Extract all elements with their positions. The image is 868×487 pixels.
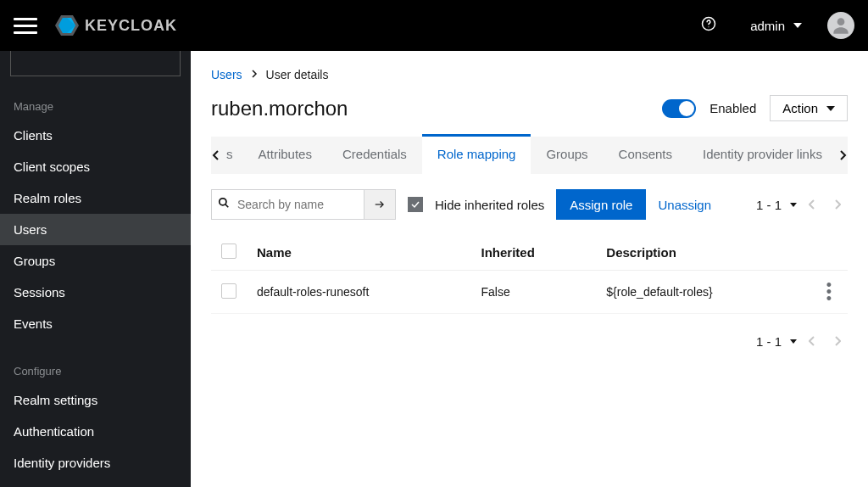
realm-selector[interactable] (10, 51, 181, 76)
product-logo[interactable]: KEYCLOAK (54, 13, 177, 38)
row-actions-button[interactable]: ••• (821, 283, 837, 301)
sidebar-item-authentication[interactable]: Authentication (0, 416, 191, 447)
user-menu-button[interactable]: admin (750, 19, 802, 33)
search-submit-button[interactable] (364, 189, 396, 220)
svg-point-6 (220, 199, 226, 205)
svg-point-4 (709, 26, 709, 27)
svg-point-5 (837, 18, 845, 25)
help-icon[interactable] (701, 16, 716, 35)
tab-credentials[interactable]: Credentials (327, 137, 422, 174)
keycloak-logo-icon (54, 13, 80, 38)
cell-inherited: False (471, 271, 597, 314)
tab-details-partial[interactable]: s (221, 137, 243, 174)
pager-range: 1 - 1 (756, 334, 782, 349)
caret-down-icon (826, 106, 835, 111)
action-menu-button[interactable]: Action (770, 95, 848, 121)
top-pager: 1 - 1 (756, 198, 848, 212)
col-description: Description (596, 235, 810, 271)
chevron-right-icon (251, 70, 258, 80)
tabs-scroll-right[interactable] (837, 137, 848, 174)
breadcrumb: Users User details (211, 68, 848, 81)
cell-name: default-roles-runesoft (247, 271, 471, 314)
sidebar-item-users[interactable]: Users (0, 214, 191, 245)
roles-table: Name Inherited Description default-roles… (211, 235, 848, 314)
pager-next[interactable] (827, 198, 848, 212)
tab-consents[interactable]: Consents (604, 137, 687, 174)
top-bar: KEYCLOAK admin (0, 0, 868, 51)
bottom-pager-wrap: 1 - 1 (211, 334, 848, 349)
enabled-toggle[interactable] (662, 99, 696, 118)
user-avatar[interactable] (827, 12, 854, 39)
bottom-pager: 1 - 1 (756, 334, 848, 349)
pager-next[interactable] (827, 334, 848, 349)
sidebar-section-manage: Manage (0, 92, 191, 120)
caret-down-icon (793, 23, 802, 28)
main-content: Users User details ruben.morchon Enabled… (191, 51, 868, 487)
sidebar-item-clients[interactable]: Clients (0, 120, 191, 151)
toolbar: Hide inherited roles Assign role Unassig… (211, 189, 848, 220)
search-input[interactable] (211, 189, 364, 220)
row-checkbox[interactable] (221, 283, 236, 299)
menu-toggle-button[interactable] (14, 14, 37, 37)
assign-role-button[interactable]: Assign role (556, 189, 646, 220)
sidebar-item-groups[interactable]: Groups (0, 245, 191, 277)
product-name: KEYCLOAK (85, 17, 177, 35)
sidebar-item-realm-settings[interactable]: Realm settings (0, 384, 191, 416)
hide-inherited-checkbox[interactable] (408, 197, 423, 212)
breadcrumb-current: User details (266, 68, 329, 81)
page-title: ruben.morchon (211, 97, 648, 120)
hide-inherited-label[interactable]: Hide inherited roles (435, 198, 544, 212)
sidebar-item-realm-roles[interactable]: Realm roles (0, 182, 191, 214)
pager-prev[interactable] (802, 198, 822, 212)
sidebar-item-client-scopes[interactable]: Client scopes (0, 151, 191, 182)
search-wrap (211, 189, 396, 220)
enabled-label: Enabled (709, 101, 756, 115)
select-all-checkbox[interactable] (221, 244, 236, 259)
tabs-scroll-left[interactable] (211, 137, 221, 174)
sidebar-item-events[interactable]: Events (0, 308, 191, 339)
pager-range: 1 - 1 (756, 198, 782, 212)
unassign-button[interactable]: Unassign (658, 198, 711, 212)
sidebar-item-user-federation[interactable]: User federation (0, 479, 191, 487)
sidebar-item-sessions[interactable]: Sessions (0, 277, 191, 308)
tab-role-mapping[interactable]: Role mapping (422, 137, 531, 174)
tabs: s Attributes Credentials Role mapping Gr… (211, 137, 848, 174)
sidebar-section-configure: Configure (0, 356, 191, 384)
sidebar-item-identity-providers[interactable]: Identity providers (0, 447, 191, 479)
action-menu-label: Action (782, 101, 818, 115)
search-icon (218, 197, 230, 212)
caret-down-icon[interactable] (790, 339, 797, 344)
page-header: ruben.morchon Enabled Action (211, 95, 848, 121)
col-inherited: Inherited (471, 235, 597, 271)
table-row: default-roles-runesoft False ${role_defa… (211, 271, 848, 314)
col-name: Name (247, 235, 471, 271)
user-menu-label: admin (750, 19, 785, 33)
tab-identity-provider-links[interactable]: Identity provider links (687, 137, 837, 174)
svg-line-7 (225, 204, 229, 208)
breadcrumb-users-link[interactable]: Users (211, 68, 242, 81)
tab-groups[interactable]: Groups (531, 137, 603, 174)
pager-prev[interactable] (802, 334, 822, 349)
sidebar: Manage Clients Client scopes Realm roles… (0, 51, 191, 487)
caret-down-icon[interactable] (790, 203, 797, 207)
tab-attributes[interactable]: Attributes (243, 137, 327, 174)
cell-description: ${role_default-roles} (596, 271, 810, 314)
